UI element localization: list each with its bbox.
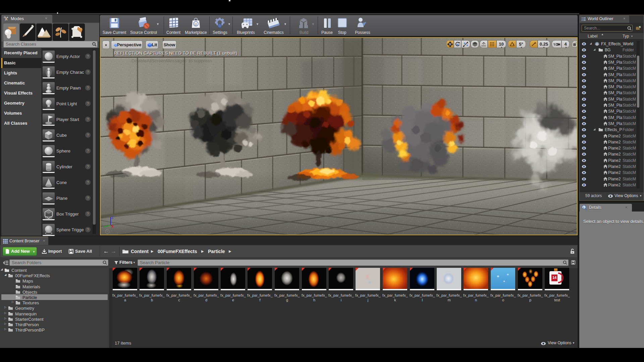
svg-text:?: ? (106, 230, 108, 234)
svg-text:u: u (195, 22, 197, 26)
svg-text:Z: Z (111, 216, 114, 220)
svg-text:i: i (583, 206, 584, 209)
svg-text:X: X (111, 225, 114, 229)
